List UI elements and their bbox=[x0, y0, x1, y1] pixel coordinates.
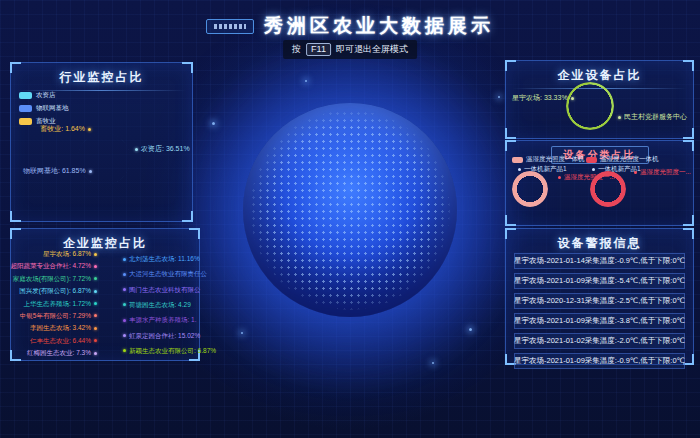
particle bbox=[469, 328, 472, 331]
alarm-row[interactable]: 星宇农场-2020-12-31采集温度:-2.5℃,低于下限:0℃ bbox=[514, 293, 685, 309]
legend-swatch bbox=[512, 157, 523, 163]
callout-text: 物联网基地: 61.85% bbox=[23, 167, 86, 175]
legend-swatch bbox=[19, 92, 32, 99]
legend-label: 农资店 bbox=[36, 91, 56, 100]
alarm-text: 星宇农场-2021-01-09采集温度:-3.8℃,低于下限:0℃ bbox=[514, 316, 685, 326]
particle bbox=[241, 332, 243, 334]
chart-callout-label: 中银5年有限公司: 7.29% bbox=[20, 312, 97, 320]
callout-text: 大运河生态牧业有限责任公 bbox=[129, 270, 207, 278]
chart-callout-label: 超阳蔬菜专业合作社: 4.72% bbox=[10, 262, 97, 270]
alarm-row[interactable]: 星宇农场-2021-01-14采集温度:-0.9℃,低于下限:0℃ bbox=[514, 253, 685, 269]
callout-dot-icon bbox=[618, 116, 621, 119]
callout-dot-icon bbox=[558, 176, 561, 179]
category-donut-left[interactable] bbox=[512, 171, 548, 207]
chart-callout-label: 荷塘园生态农场: 4.29 bbox=[123, 301, 191, 309]
chart-callout-label: 国兴发(有限公司): 6.87% bbox=[19, 287, 97, 295]
callout-text: 李园生态农场: 3.42% bbox=[30, 324, 91, 332]
chart-callout-label: 新颖生态农业有限公司: 6.87% bbox=[123, 347, 216, 355]
panel-device-alarm-info: 设备警报信息 星宇农场-2021-01-14采集温度:-0.9℃,低于下限:0℃… bbox=[505, 228, 694, 365]
callout-dot-icon bbox=[94, 277, 97, 280]
logo-mark-icon bbox=[214, 24, 246, 29]
panel-device-category-ratio: 设备分类占比 温湿度光照度一体机 一体机新产品1 温湿度光照度一... 温湿度光… bbox=[505, 140, 694, 226]
globe-visualization bbox=[243, 103, 457, 317]
callout-text: 星宇农场: 33.33% bbox=[512, 94, 568, 102]
alarm-text: 星宇农场-2020-12-31采集温度:-2.5℃,低于下限:0℃ bbox=[514, 296, 685, 306]
chart-callout-label: 上华生态养殖场: 1.72% bbox=[23, 300, 97, 308]
legend-swatch bbox=[19, 118, 32, 125]
enterprise-labels-right: 北刘荡生态农场: 11.16% 大运河生态牧业有限责任公 陶门生态农业科技有限公… bbox=[123, 255, 199, 355]
alarm-row[interactable]: 星宇农场-2021-01-09采集温度:-3.8℃,低于下限:0℃ bbox=[514, 313, 685, 329]
panel-title: 行业监控占比 bbox=[11, 69, 192, 86]
alarm-text: 星宇农场-2021-01-09采集温度:-5.4℃,低于下限:0℃ bbox=[514, 276, 685, 286]
legend-label: 温湿度光照度一体机 bbox=[600, 155, 659, 164]
legend-swatch bbox=[586, 157, 597, 163]
chart-callout-label: 李园生态农场: 3.42% bbox=[30, 324, 97, 332]
panel-title: 企业设备占比 bbox=[506, 67, 693, 84]
callout-text: 上华生态养殖场: 1.72% bbox=[23, 300, 91, 308]
callout-text: 虹泉定园合作社: 15.02% bbox=[129, 332, 200, 340]
chart-callout-label: 星宇农场: 33.33% bbox=[512, 94, 574, 102]
callout-dot-icon bbox=[88, 128, 91, 131]
particle bbox=[212, 122, 215, 125]
tooltip-suffix: 即可退出全屏模式 bbox=[336, 43, 408, 56]
callout-dot-icon bbox=[135, 148, 138, 151]
page-title: 秀洲区农业大数据展示 bbox=[264, 13, 494, 39]
chart-callout-label: 陶门生态农业科技有限公 bbox=[123, 286, 201, 294]
legend-item[interactable]: 畜牧业 bbox=[19, 117, 69, 126]
panel-enterprise-device-ratio: 企业设备占比 星宇农场: 33.33% 民主村党群服务中心 bbox=[505, 60, 694, 139]
callout-text: 畜牧业: 1.64% bbox=[40, 125, 85, 133]
callout-dot-icon bbox=[123, 288, 126, 291]
callout-text: 农资店: 36.51% bbox=[141, 145, 190, 153]
logo-badge bbox=[206, 19, 254, 34]
callout-dot-icon bbox=[123, 303, 126, 306]
globe-dot-map bbox=[250, 110, 450, 310]
callout-text: 星宇农场: 6.87% bbox=[43, 250, 91, 258]
category-donut-right[interactable] bbox=[590, 171, 626, 207]
alarm-list: 星宇农场-2021-01-14采集温度:-0.9℃,低于下限:0℃ 星宇农场-2… bbox=[514, 253, 685, 373]
callout-dot-icon bbox=[123, 319, 126, 322]
callout-text: 红梅园生态农业: 7.3% bbox=[27, 349, 91, 357]
chart-callout-label: 家庭农场(有限公司): 7.72% bbox=[13, 275, 97, 283]
industry-donut-chart[interactable] bbox=[78, 133, 130, 185]
legend-label: 物联网基地 bbox=[36, 104, 69, 113]
chart-callout-label: 虹泉定园合作社: 15.02% bbox=[123, 332, 200, 340]
legend-label: 温湿度光照度一体机 bbox=[526, 155, 585, 164]
callout-text: 超阳蔬菜专业合作社: 4.72% bbox=[10, 262, 91, 270]
legend-item[interactable]: 农资店 bbox=[19, 91, 69, 100]
callout-dot-icon bbox=[94, 290, 97, 293]
alarm-text: 星宇农场-2021-01-14采集温度:-0.9℃,低于下限:0℃ bbox=[514, 256, 685, 266]
particle bbox=[498, 96, 500, 98]
legend-swatch bbox=[19, 105, 32, 112]
panel-enterprise-monitor-ratio: 企业监控占比 星宇农场: 6.87% 超阳蔬菜专业合作社: 4.72% 家庭农场… bbox=[10, 228, 200, 361]
f11-key-badge: F11 bbox=[306, 43, 331, 56]
chart-callout-label: 畜牧业: 1.64% bbox=[40, 125, 91, 133]
callout-dot-icon bbox=[123, 258, 126, 261]
device-donut-chart[interactable] bbox=[566, 82, 614, 130]
header: 秀洲区农业大数据展示 bbox=[0, 13, 700, 39]
callout-text: 荷塘园生态农场: 4.29 bbox=[129, 301, 191, 309]
alarm-row[interactable]: 星宇农场-2021-01-09采集温度:-0.9℃,低于下限:0℃ bbox=[514, 353, 685, 369]
alarm-text: 星宇农场-2021-01-02采集温度:-2.0℃,低于下限:0℃ bbox=[514, 336, 685, 346]
callout-text: 民主村党群服务中心 bbox=[624, 113, 687, 121]
legend-dot-icon bbox=[518, 168, 521, 171]
callout-text: 仁丰生态农业: 6.44% bbox=[30, 337, 91, 345]
enterprise-labels-left: 星宇农场: 6.87% 超阳蔬菜专业合作社: 4.72% 家庭农场(有限公司):… bbox=[13, 250, 97, 357]
category-legend-item[interactable]: 温湿度光照度一体机 bbox=[586, 155, 659, 164]
chart-callout-label: 民主村党群服务中心 bbox=[618, 113, 687, 121]
chart-callout-label: 仁丰生态农业: 6.44% bbox=[30, 337, 97, 345]
chart-callout-label: 农资店: 36.51% bbox=[135, 145, 190, 153]
legend-item[interactable]: 物联网基地 bbox=[19, 104, 69, 113]
alarm-row[interactable]: 星宇农场-2021-01-09采集温度:-5.4℃,低于下限:0℃ bbox=[514, 273, 685, 289]
callout-dot-icon bbox=[94, 302, 97, 305]
category-legend-item[interactable]: 温湿度光照度一体机 bbox=[512, 155, 585, 164]
callout-dot-icon bbox=[634, 171, 637, 174]
callout-text: 温湿度光照度一... bbox=[640, 168, 691, 177]
industry-legend: 农资店 物联网基地 畜牧业 bbox=[19, 91, 69, 126]
callout-text: 新颖生态农业有限公司: 6.87% bbox=[129, 347, 216, 355]
alarm-row[interactable]: 星宇农场-2021-01-02采集温度:-2.0℃,低于下限:0℃ bbox=[514, 333, 685, 349]
legend-label: 畜牧业 bbox=[36, 117, 56, 126]
panel-industry-monitor-ratio: 行业监控占比 农资店 物联网基地 畜牧业 畜牧业: 1.64% bbox=[10, 62, 193, 222]
callout-text: 中银5年有限公司: 7.29% bbox=[20, 312, 91, 320]
chart-callout-label: 大运河生态牧业有限责任公 bbox=[123, 270, 207, 278]
panel-title: 设备警报信息 bbox=[506, 235, 693, 252]
